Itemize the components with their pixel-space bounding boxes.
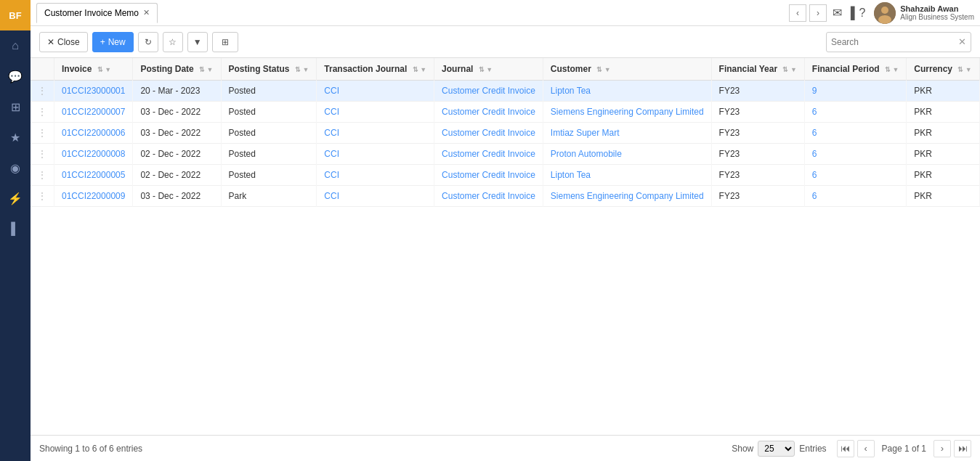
col-financial-period[interactable]: Financial Period ⇅ ▼	[804, 58, 906, 81]
col-currency[interactable]: Currency ⇅ ▼	[907, 58, 979, 81]
cell-financial_period[interactable]: 6	[804, 102, 906, 123]
search-clear-icon[interactable]: ✕	[958, 36, 966, 47]
cell-posting_date: 02 - Dec - 2022	[133, 165, 221, 186]
cell-customer[interactable]: Siemens Engineering Company Limited	[543, 186, 711, 207]
table-row[interactable]: ⋮01CCI2300000120 - Mar - 2023PostedCCICu…	[31, 81, 980, 102]
cell-transaction_journal[interactable]: CCI	[317, 144, 434, 165]
close-icon: ✕	[47, 37, 54, 47]
table-row[interactable]: ⋮01CCI2200000502 - Dec - 2022PostedCCICu…	[31, 165, 980, 186]
cell-invoice[interactable]: 01CCI22000007	[54, 102, 133, 123]
cell-invoice[interactable]: 01CCI22000008	[54, 144, 133, 165]
first-page-button[interactable]: ⏮	[837, 440, 854, 457]
cell-financial_period[interactable]: 6	[804, 186, 906, 207]
table-row[interactable]: ⋮01CCI2200000903 - Dec - 2022ParkCCICust…	[31, 186, 980, 207]
prev-page-button[interactable]: ‹	[857, 440, 875, 457]
user-info[interactable]: Shahzaib Awan Align Business System	[874, 2, 974, 24]
cell-transaction_journal[interactable]: CCI	[317, 81, 434, 102]
col-financial-year[interactable]: Financial Year ⇅ ▼	[711, 58, 804, 81]
cell-customer[interactable]: Siemens Engineering Company Limited	[543, 102, 711, 123]
help-icon[interactable]: ?	[859, 7, 865, 20]
search-input[interactable]	[831, 37, 958, 47]
cell-financial_period[interactable]: 6	[804, 165, 906, 186]
tab-customer-invoice-memo[interactable]: Customer Invoice Memo ✕	[36, 3, 158, 23]
cell-journal[interactable]: Customer Credit Invoice	[434, 186, 543, 207]
cell-customer[interactable]: Proton Automobile	[543, 144, 711, 165]
refresh-button[interactable]: ↻	[138, 32, 158, 52]
cell-journal[interactable]: Customer Credit Invoice	[434, 123, 543, 144]
toolbar: ✕ Close + New ↻ ☆ ▼ ⊞ ✕	[31, 26, 980, 58]
cell-customer[interactable]: Lipton Tea	[543, 165, 711, 186]
entries-label: Entries	[799, 444, 826, 454]
user-details: Shahzaib Awan Align Business System	[900, 4, 974, 21]
cell-journal[interactable]: Customer Credit Invoice	[434, 165, 543, 186]
cell-currency: PKR	[907, 186, 979, 207]
tab-close-button[interactable]: ✕	[143, 8, 150, 17]
content-area: Invoice ⇅ ▼ Posting Date ⇅ ▼ Posting Sta…	[31, 58, 980, 435]
cell-invoice[interactable]: 01CCI22000009	[54, 186, 133, 207]
col-posting-date[interactable]: Posting Date ⇅ ▼	[133, 58, 221, 81]
cell-posting_status: Posted	[221, 81, 317, 102]
sidebar-item-favorites[interactable]: ★	[0, 122, 31, 152]
col-transaction-journal[interactable]: Transaction Journal ⇅ ▼	[317, 58, 434, 81]
cell-currency: PKR	[907, 123, 979, 144]
table-row[interactable]: ⋮01CCI2200000802 - Dec - 2022PostedCCICu…	[31, 144, 980, 165]
cell-transaction_journal[interactable]: CCI	[317, 165, 434, 186]
new-button[interactable]: + New	[92, 32, 134, 52]
cell-posting_date: 03 - Dec - 2022	[133, 102, 221, 123]
nav-back-button[interactable]: ‹	[789, 4, 806, 22]
table-header-row: Invoice ⇅ ▼ Posting Date ⇅ ▼ Posting Sta…	[31, 58, 980, 81]
drag-handle: ⋮	[31, 102, 54, 123]
close-label: Close	[57, 37, 80, 47]
close-button[interactable]: ✕ Close	[39, 32, 88, 52]
cell-journal[interactable]: Customer Credit Invoice	[434, 102, 543, 123]
sidebar-item-apps[interactable]: ⊞	[0, 91, 31, 122]
cell-financial_year: FY23	[711, 102, 804, 123]
star-button[interactable]: ☆	[163, 32, 183, 52]
col-posting-status[interactable]: Posting Status ⇅ ▼	[221, 58, 317, 81]
sidebar-item-analytics[interactable]: ▌	[0, 213, 31, 244]
drag-handle: ⋮	[31, 186, 54, 207]
cell-journal[interactable]: Customer Credit Invoice	[434, 144, 543, 165]
cell-financial_year: FY23	[711, 165, 804, 186]
sidebar-item-messages[interactable]: 💬	[0, 61, 31, 91]
next-page-button[interactable]: ›	[934, 440, 951, 457]
cell-transaction_journal[interactable]: CCI	[317, 186, 434, 207]
col-invoice[interactable]: Invoice ⇅ ▼	[54, 58, 133, 81]
sidebar-item-activity[interactable]: ⚡	[0, 183, 31, 213]
cell-transaction_journal[interactable]: CCI	[317, 102, 434, 123]
cell-financial_period[interactable]: 6	[804, 144, 906, 165]
col-customer[interactable]: Customer ⇅ ▼	[543, 58, 711, 81]
table-row[interactable]: ⋮01CCI2200000703 - Dec - 2022PostedCCICu…	[31, 102, 980, 123]
nav-forward-button[interactable]: ›	[809, 4, 827, 22]
cell-financial_period[interactable]: 9	[804, 81, 906, 102]
sidebar: BF ⌂ 💬 ⊞ ★ ◉ ⚡ ▌	[0, 0, 31, 461]
cell-invoice[interactable]: 01CCI23000001	[54, 81, 133, 102]
table-row[interactable]: ⋮01CCI2200000603 - Dec - 2022PostedCCICu…	[31, 123, 980, 144]
mail-icon[interactable]: ✉	[833, 6, 842, 20]
app-logo[interactable]: BF	[0, 0, 31, 30]
cell-customer[interactable]: Imtiaz Super Mart	[543, 123, 711, 144]
footer-center: Show 25 10 50 100 Entries ⏮ ‹ Page 1 of …	[732, 440, 971, 457]
col-journal[interactable]: Journal ⇅ ▼	[434, 58, 543, 81]
drag-handle: ⋮	[31, 123, 54, 144]
per-page-select[interactable]: 25 10 50 100	[758, 441, 795, 457]
cell-transaction_journal[interactable]: CCI	[317, 123, 434, 144]
topbar: Customer Invoice Memo ✕ ‹ › ✉ ▐ ? Shahza…	[31, 0, 980, 26]
sidebar-item-reports[interactable]: ◉	[0, 152, 31, 183]
svg-point-1	[881, 7, 888, 14]
grid-icon: ⊞	[222, 37, 229, 47]
cell-posting_date: 03 - Dec - 2022	[133, 186, 221, 207]
last-page-button[interactable]: ⏭	[954, 440, 971, 457]
view-button[interactable]: ⊞	[212, 32, 238, 52]
cell-customer[interactable]: Lipton Tea	[543, 81, 711, 102]
cell-journal[interactable]: Customer Credit Invoice	[434, 81, 543, 102]
sidebar-item-home[interactable]: ⌂	[0, 30, 31, 61]
chart-icon[interactable]: ▐	[846, 7, 854, 20]
cell-financial_year: FY23	[711, 186, 804, 207]
main-area: Customer Invoice Memo ✕ ‹ › ✉ ▐ ? Shahza…	[31, 0, 980, 461]
cell-posting_status: Posted	[221, 165, 317, 186]
cell-invoice[interactable]: 01CCI22000006	[54, 123, 133, 144]
cell-financial_period[interactable]: 6	[804, 123, 906, 144]
filter-button[interactable]: ▼	[187, 32, 208, 52]
cell-invoice[interactable]: 01CCI22000005	[54, 165, 133, 186]
